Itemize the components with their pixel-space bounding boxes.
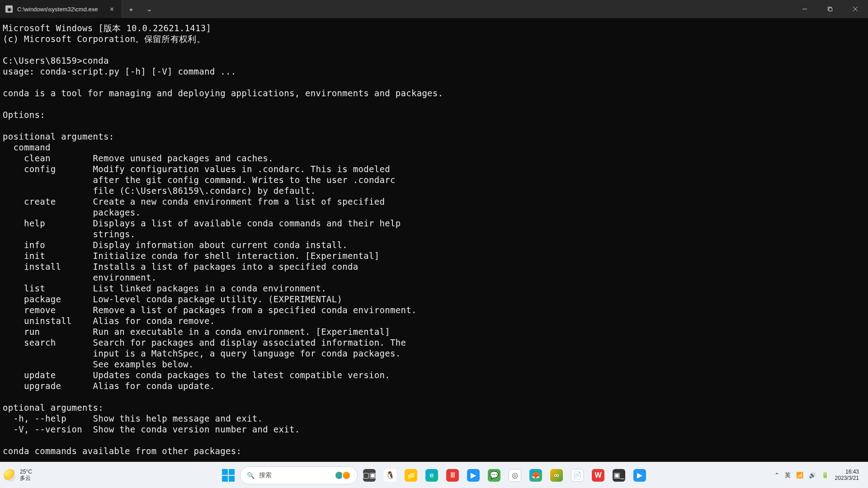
document-icon: 📄 bbox=[571, 469, 584, 482]
new-tab-button[interactable]: + bbox=[122, 0, 140, 18]
tab-title: C:\windows\system32\cmd.exe bbox=[17, 6, 104, 13]
start-button[interactable] bbox=[219, 466, 237, 484]
browser-app[interactable]: 🦊 bbox=[527, 466, 545, 484]
wechat-icon: 💬 bbox=[488, 469, 500, 482]
taskview-icon: ▢▣ bbox=[363, 469, 376, 482]
qq-app[interactable]: 🐧 bbox=[381, 466, 399, 484]
edge-icon: e bbox=[425, 469, 438, 482]
tray-chevron-icon[interactable]: ⌃ bbox=[774, 472, 779, 479]
clock-date: 2023/3/21 bbox=[835, 475, 859, 481]
battery-icon[interactable]: 🔋 bbox=[821, 472, 829, 479]
video-icon: ▶ bbox=[467, 469, 480, 482]
video-app[interactable]: ▶ bbox=[464, 466, 482, 484]
window-controls bbox=[792, 0, 868, 18]
play-icon: ▶ bbox=[633, 469, 646, 482]
minimize-button[interactable] bbox=[792, 0, 817, 18]
tab-dropdown-button[interactable]: ⌄ bbox=[140, 0, 158, 18]
ime-indicator[interactable]: 英 bbox=[785, 471, 791, 479]
svg-rect-2 bbox=[829, 8, 832, 11]
search-suggestions-icon bbox=[336, 471, 351, 480]
window-titlebar: ▣ C:\windows\system32\cmd.exe ✕ + ⌄ bbox=[0, 0, 868, 18]
taskbar-center: 🔍 搜索 ▢▣ 🐧 📁 e Ⅲ ▶ 💬 ◎ 🦊 ∞ 📄 W ▣_ ▶ bbox=[135, 466, 733, 484]
folder-icon: 📁 bbox=[405, 469, 417, 482]
search-icon: 🔍 bbox=[247, 472, 255, 479]
edge-browser[interactable]: e bbox=[423, 466, 441, 484]
penguin-icon: 🐧 bbox=[384, 469, 396, 482]
terminal-app[interactable]: ▣_ bbox=[610, 466, 628, 484]
red-app-icon: Ⅲ bbox=[446, 469, 459, 482]
system-tray: ⌃ 英 📶 🔊 🔋 bbox=[774, 471, 829, 479]
infinity-icon: ∞ bbox=[550, 469, 563, 482]
terminal-output[interactable]: Microsoft Windows [版本 10.0.22621.1413] (… bbox=[0, 18, 868, 462]
maximize-button[interactable] bbox=[817, 0, 843, 18]
search-placeholder: 搜索 bbox=[259, 471, 272, 479]
chrome-browser[interactable]: ◎ bbox=[506, 466, 524, 484]
taskview-button[interactable]: ▢▣ bbox=[360, 466, 378, 484]
wps-app[interactable]: W bbox=[589, 466, 607, 484]
wechat-app[interactable]: 💬 bbox=[485, 466, 503, 484]
tab-close-button[interactable]: ✕ bbox=[108, 5, 115, 13]
terminal-tab[interactable]: ▣ C:\windows\system32\cmd.exe ✕ bbox=[0, 0, 122, 18]
app-yellow[interactable]: ∞ bbox=[547, 466, 566, 484]
taskbar-clock[interactable]: 16:43 2023/3/21 bbox=[835, 469, 859, 481]
close-button[interactable] bbox=[843, 0, 868, 18]
cmd-icon: ▣ bbox=[5, 5, 13, 13]
taskbar-right: ⌃ 英 📶 🔊 🔋 16:43 2023/3/21 bbox=[733, 469, 864, 481]
taskbar-search[interactable]: 🔍 搜索 bbox=[240, 466, 358, 484]
weather-temp: 25°C bbox=[20, 469, 32, 475]
player-app[interactable]: ▶ bbox=[631, 466, 649, 484]
volume-icon[interactable]: 🔊 bbox=[809, 472, 816, 479]
globe-icon: 🦊 bbox=[529, 469, 542, 482]
windows-logo-icon bbox=[222, 469, 235, 482]
weather-desc: 多云 bbox=[20, 475, 32, 481]
notepad-app[interactable]: 📄 bbox=[568, 466, 586, 484]
clock-time: 16:43 bbox=[835, 469, 859, 475]
taskbar: 25°C 多云 🔍 搜索 ▢▣ 🐧 📁 e Ⅲ ▶ 💬 ◎ 🦊 ∞ 📄 W ▣_… bbox=[0, 462, 868, 488]
terminal-icon: ▣_ bbox=[613, 469, 625, 482]
wps-icon: W bbox=[592, 469, 604, 482]
netease-app[interactable]: Ⅲ bbox=[443, 466, 462, 484]
weather-icon bbox=[4, 469, 16, 482]
file-explorer[interactable]: 📁 bbox=[402, 466, 420, 484]
wifi-icon[interactable]: 📶 bbox=[796, 472, 803, 479]
chrome-icon: ◎ bbox=[509, 469, 521, 482]
taskbar-weather[interactable]: 25°C 多云 bbox=[4, 469, 135, 482]
